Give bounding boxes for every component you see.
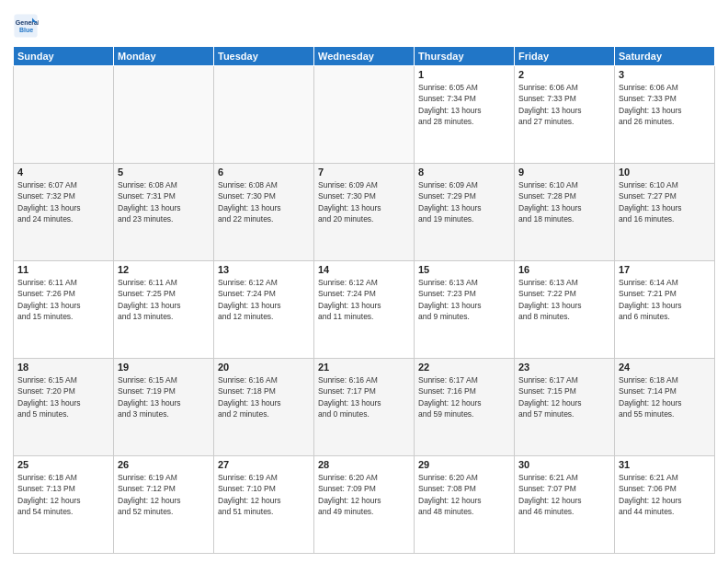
svg-rect-0 bbox=[14, 14, 37, 37]
day-number: 24 bbox=[619, 362, 711, 373]
day-info: Sunrise: 6:18 AM Sunset: 7:14 PM Dayligh… bbox=[619, 374, 711, 419]
calendar-cell: 5Sunrise: 6:08 AM Sunset: 7:31 PM Daylig… bbox=[114, 164, 214, 261]
day-info: Sunrise: 6:16 AM Sunset: 7:17 PM Dayligh… bbox=[318, 374, 410, 419]
day-info: Sunrise: 6:06 AM Sunset: 7:33 PM Dayligh… bbox=[518, 82, 610, 127]
day-info: Sunrise: 6:21 AM Sunset: 7:07 PM Dayligh… bbox=[518, 472, 610, 517]
calendar-cell bbox=[114, 66, 214, 164]
calendar-cell: 11Sunrise: 6:11 AM Sunset: 7:26 PM Dayli… bbox=[14, 261, 114, 359]
day-number: 27 bbox=[218, 459, 310, 470]
day-info: Sunrise: 6:06 AM Sunset: 7:33 PM Dayligh… bbox=[619, 82, 711, 127]
day-number: 22 bbox=[418, 362, 510, 373]
calendar-cell: 18Sunrise: 6:15 AM Sunset: 7:20 PM Dayli… bbox=[14, 359, 114, 456]
weekday-header: Monday bbox=[114, 47, 214, 66]
calendar-cell: 15Sunrise: 6:13 AM Sunset: 7:23 PM Dayli… bbox=[415, 261, 515, 359]
day-number: 12 bbox=[118, 264, 210, 275]
calendar-cell: 27Sunrise: 6:19 AM Sunset: 7:10 PM Dayli… bbox=[214, 456, 314, 554]
calendar-week-row: 4Sunrise: 6:07 AM Sunset: 7:32 PM Daylig… bbox=[14, 164, 715, 261]
calendar-cell: 20Sunrise: 6:16 AM Sunset: 7:18 PM Dayli… bbox=[214, 359, 314, 456]
calendar-cell: 24Sunrise: 6:18 AM Sunset: 7:14 PM Dayli… bbox=[615, 359, 715, 456]
day-number: 26 bbox=[118, 459, 210, 470]
day-number: 10 bbox=[619, 167, 711, 178]
day-info: Sunrise: 6:09 AM Sunset: 7:29 PM Dayligh… bbox=[418, 179, 510, 224]
calendar-cell: 31Sunrise: 6:21 AM Sunset: 7:06 PM Dayli… bbox=[615, 456, 715, 554]
calendar-cell: 1Sunrise: 6:05 AM Sunset: 7:34 PM Daylig… bbox=[415, 66, 515, 164]
day-info: Sunrise: 6:12 AM Sunset: 7:24 PM Dayligh… bbox=[218, 277, 310, 322]
weekday-header: Sunday bbox=[14, 47, 114, 66]
day-info: Sunrise: 6:17 AM Sunset: 7:15 PM Dayligh… bbox=[518, 374, 610, 419]
calendar-cell: 2Sunrise: 6:06 AM Sunset: 7:33 PM Daylig… bbox=[515, 66, 615, 164]
calendar-cell: 29Sunrise: 6:20 AM Sunset: 7:08 PM Dayli… bbox=[415, 456, 515, 554]
day-info: Sunrise: 6:12 AM Sunset: 7:24 PM Dayligh… bbox=[318, 277, 410, 322]
calendar-table: SundayMondayTuesdayWednesdayThursdayFrid… bbox=[13, 46, 715, 554]
day-number: 19 bbox=[118, 362, 210, 373]
calendar-cell: 19Sunrise: 6:15 AM Sunset: 7:19 PM Dayli… bbox=[114, 359, 214, 456]
calendar-cell: 9Sunrise: 6:10 AM Sunset: 7:28 PM Daylig… bbox=[515, 164, 615, 261]
day-info: Sunrise: 6:13 AM Sunset: 7:23 PM Dayligh… bbox=[418, 277, 510, 322]
calendar-cell: 6Sunrise: 6:08 AM Sunset: 7:30 PM Daylig… bbox=[214, 164, 314, 261]
day-number: 23 bbox=[518, 362, 610, 373]
calendar-cell: 23Sunrise: 6:17 AM Sunset: 7:15 PM Dayli… bbox=[515, 359, 615, 456]
day-number: 20 bbox=[218, 362, 310, 373]
day-info: Sunrise: 6:19 AM Sunset: 7:12 PM Dayligh… bbox=[118, 472, 210, 517]
calendar-header-row: SundayMondayTuesdayWednesdayThursdayFrid… bbox=[14, 47, 715, 66]
day-number: 16 bbox=[518, 264, 610, 275]
day-number: 6 bbox=[218, 167, 310, 178]
calendar-week-row: 1Sunrise: 6:05 AM Sunset: 7:34 PM Daylig… bbox=[14, 66, 715, 164]
day-number: 3 bbox=[619, 69, 711, 80]
weekday-header: Wednesday bbox=[314, 47, 415, 66]
calendar-cell: 17Sunrise: 6:14 AM Sunset: 7:21 PM Dayli… bbox=[615, 261, 715, 359]
day-info: Sunrise: 6:05 AM Sunset: 7:34 PM Dayligh… bbox=[418, 82, 510, 127]
day-number: 13 bbox=[218, 264, 310, 275]
weekday-header: Saturday bbox=[615, 47, 715, 66]
calendar-cell bbox=[314, 66, 415, 164]
day-number: 29 bbox=[418, 459, 510, 470]
day-number: 30 bbox=[518, 459, 610, 470]
day-number: 5 bbox=[118, 167, 210, 178]
day-info: Sunrise: 6:08 AM Sunset: 7:31 PM Dayligh… bbox=[118, 179, 210, 224]
calendar-cell: 7Sunrise: 6:09 AM Sunset: 7:30 PM Daylig… bbox=[314, 164, 415, 261]
calendar-cell: 30Sunrise: 6:21 AM Sunset: 7:07 PM Dayli… bbox=[515, 456, 615, 554]
day-number: 11 bbox=[17, 264, 109, 275]
day-info: Sunrise: 6:16 AM Sunset: 7:18 PM Dayligh… bbox=[218, 374, 310, 419]
weekday-header: Friday bbox=[515, 47, 615, 66]
calendar-cell: 12Sunrise: 6:11 AM Sunset: 7:25 PM Dayli… bbox=[114, 261, 214, 359]
day-info: Sunrise: 6:17 AM Sunset: 7:16 PM Dayligh… bbox=[418, 374, 510, 419]
weekday-header: Tuesday bbox=[214, 47, 314, 66]
day-number: 31 bbox=[619, 459, 711, 470]
header: General Blue bbox=[13, 9, 715, 39]
day-number: 14 bbox=[318, 264, 410, 275]
svg-text:Blue: Blue bbox=[19, 27, 33, 33]
day-number: 2 bbox=[518, 69, 610, 80]
day-info: Sunrise: 6:21 AM Sunset: 7:06 PM Dayligh… bbox=[619, 472, 711, 517]
day-number: 17 bbox=[619, 264, 711, 275]
day-info: Sunrise: 6:19 AM Sunset: 7:10 PM Dayligh… bbox=[218, 472, 310, 517]
day-info: Sunrise: 6:10 AM Sunset: 7:27 PM Dayligh… bbox=[619, 179, 711, 224]
calendar-cell: 14Sunrise: 6:12 AM Sunset: 7:24 PM Dayli… bbox=[314, 261, 415, 359]
day-info: Sunrise: 6:09 AM Sunset: 7:30 PM Dayligh… bbox=[318, 179, 410, 224]
day-info: Sunrise: 6:20 AM Sunset: 7:09 PM Dayligh… bbox=[318, 472, 410, 517]
calendar-week-row: 11Sunrise: 6:11 AM Sunset: 7:26 PM Dayli… bbox=[14, 261, 715, 359]
day-info: Sunrise: 6:14 AM Sunset: 7:21 PM Dayligh… bbox=[619, 277, 711, 322]
calendar-week-row: 18Sunrise: 6:15 AM Sunset: 7:20 PM Dayli… bbox=[14, 359, 715, 456]
day-number: 15 bbox=[418, 264, 510, 275]
day-info: Sunrise: 6:08 AM Sunset: 7:30 PM Dayligh… bbox=[218, 179, 310, 224]
calendar-week-row: 25Sunrise: 6:18 AM Sunset: 7:13 PM Dayli… bbox=[14, 456, 715, 554]
calendar-body: 1Sunrise: 6:05 AM Sunset: 7:34 PM Daylig… bbox=[14, 66, 715, 554]
calendar-cell: 16Sunrise: 6:13 AM Sunset: 7:22 PM Dayli… bbox=[515, 261, 615, 359]
calendar-cell: 21Sunrise: 6:16 AM Sunset: 7:17 PM Dayli… bbox=[314, 359, 415, 456]
page: General Blue SundayMondayTuesdayWednesda… bbox=[0, 0, 728, 563]
day-info: Sunrise: 6:11 AM Sunset: 7:25 PM Dayligh… bbox=[118, 277, 210, 322]
calendar-cell: 22Sunrise: 6:17 AM Sunset: 7:16 PM Dayli… bbox=[415, 359, 515, 456]
calendar-cell: 26Sunrise: 6:19 AM Sunset: 7:12 PM Dayli… bbox=[114, 456, 214, 554]
logo: General Blue bbox=[13, 13, 42, 39]
calendar-cell: 25Sunrise: 6:18 AM Sunset: 7:13 PM Dayli… bbox=[14, 456, 114, 554]
day-info: Sunrise: 6:15 AM Sunset: 7:19 PM Dayligh… bbox=[118, 374, 210, 419]
calendar-cell: 13Sunrise: 6:12 AM Sunset: 7:24 PM Dayli… bbox=[214, 261, 314, 359]
logo-icon: General Blue bbox=[13, 13, 39, 39]
calendar-cell: 3Sunrise: 6:06 AM Sunset: 7:33 PM Daylig… bbox=[615, 66, 715, 164]
calendar-cell: 28Sunrise: 6:20 AM Sunset: 7:09 PM Dayli… bbox=[314, 456, 415, 554]
day-number: 18 bbox=[17, 362, 109, 373]
day-number: 28 bbox=[318, 459, 410, 470]
day-info: Sunrise: 6:07 AM Sunset: 7:32 PM Dayligh… bbox=[17, 179, 109, 224]
calendar-cell bbox=[214, 66, 314, 164]
